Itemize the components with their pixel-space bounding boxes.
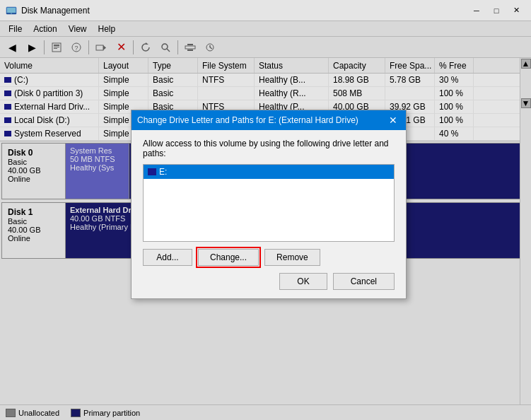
modal-close-button[interactable]: ✕ bbox=[386, 113, 400, 127]
cancel-button[interactable]: Cancel bbox=[333, 273, 395, 290]
add-button[interactable]: Add... bbox=[143, 249, 192, 266]
modal-listbox[interactable]: E: bbox=[143, 164, 395, 242]
modal-action-buttons: Add... Change... Remove bbox=[143, 249, 395, 266]
drive-e-letter: E: bbox=[159, 167, 167, 177]
change-button[interactable]: Change... bbox=[198, 249, 259, 266]
modal-list-item-e[interactable]: E: bbox=[144, 165, 394, 179]
modal-body: Allow access to this volume by using the… bbox=[132, 130, 406, 298]
ok-button[interactable]: OK bbox=[279, 273, 327, 290]
modal-ok-cancel: OK Cancel bbox=[143, 273, 395, 290]
modal-description: Allow access to this volume by using the… bbox=[143, 139, 395, 158]
modal-title: Change Drive Letter and Paths for E: (Ex… bbox=[137, 115, 358, 125]
remove-button[interactable]: Remove bbox=[264, 249, 320, 266]
change-drive-letter-dialog: Change Drive Letter and Paths for E: (Ex… bbox=[131, 110, 407, 299]
modal-title-bar: Change Drive Letter and Paths for E: (Ex… bbox=[132, 110, 406, 130]
modal-overlay: Change Drive Letter and Paths for E: (Ex… bbox=[0, 0, 531, 420]
drive-e-icon bbox=[148, 168, 156, 175]
